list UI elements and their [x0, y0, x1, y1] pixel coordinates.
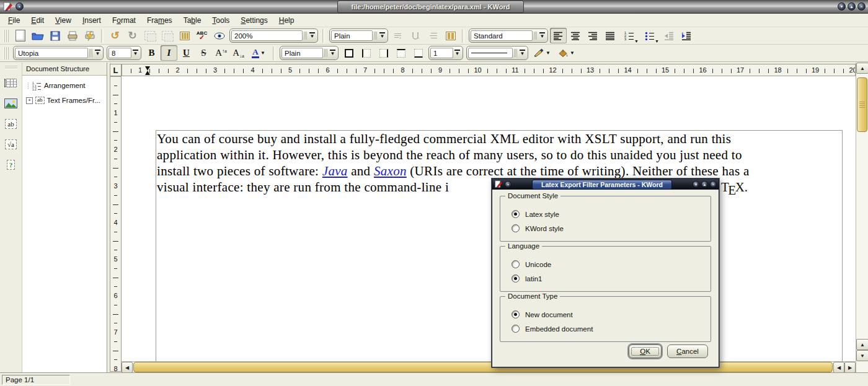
font-color-button[interactable]: A ▼ [247, 45, 270, 61]
zoom-combobox[interactable]: 200% ▼ [229, 29, 318, 43]
open-button[interactable] [29, 28, 46, 43]
menu-format[interactable]: Format [107, 15, 141, 26]
border-style-combobox[interactable]: Plain ▼ [280, 46, 339, 60]
chevron-down-icon[interactable]: ▼ [655, 39, 659, 43]
next-page-button[interactable]: ▼ [856, 350, 868, 361]
radio-selected-icon[interactable] [512, 310, 520, 318]
italic-button[interactable]: I [161, 45, 177, 61]
menu-edit[interactable]: Edit [25, 15, 50, 26]
border-outline-button[interactable] [340, 45, 357, 61]
menu-view[interactable]: View [50, 15, 77, 26]
horizontal-scrollbar-thumb[interactable] [133, 362, 833, 372]
menu-tools[interactable]: Tools [206, 15, 235, 26]
formatting-view-button[interactable] [211, 28, 228, 43]
insert-footnote-button[interactable]: * [390, 28, 407, 43]
chevron-down-icon[interactable]: ▼ [538, 32, 546, 39]
link-java[interactable]: Java [322, 164, 348, 178]
chevron-down-icon[interactable]: ▼ [94, 50, 102, 56]
menu-insert[interactable]: Insert [77, 15, 107, 26]
font-size-combobox[interactable]: 8 ▼ [107, 46, 141, 60]
tab-stop-selector[interactable]: L [110, 64, 122, 76]
radio-selected-icon[interactable] [512, 210, 520, 218]
maximize-button[interactable]: ▴ [701, 181, 708, 188]
sticky-button[interactable]: • [505, 181, 512, 188]
chevron-down-icon[interactable]: ▼ [308, 32, 316, 39]
decrease-indent-button[interactable] [660, 28, 677, 43]
paste-button[interactable] [159, 28, 175, 43]
background-color-button[interactable]: ▼ [554, 45, 578, 61]
menu-help[interactable]: Help [273, 15, 300, 26]
tree-item-arrangement[interactable]: ┊ 1.1.11.2 Arrangement [22, 78, 107, 93]
font-family-combobox[interactable]: Utopia ▼ [13, 46, 104, 60]
v-ruler[interactable]: 12345678 [110, 76, 122, 372]
chevron-down-icon[interactable]: ▼ [546, 50, 551, 56]
text-frame-tool[interactable]: ab [4, 117, 19, 131]
scroll-right-button[interactable]: ▶ [844, 362, 856, 373]
toolbar-grip[interactable] [4, 47, 9, 59]
radio-unselected-icon[interactable] [512, 325, 520, 333]
chevron-down-icon[interactable]: ▼ [634, 39, 639, 43]
document-canvas[interactable]: You can of course buy and install a full… [122, 76, 856, 372]
tree-item-text-frames[interactable]: + ab Text Frames/Fr... [22, 93, 107, 108]
border-style-value[interactable]: Plain [281, 48, 323, 58]
scroll-up-button[interactable]: ▲ [856, 63, 868, 74]
chevron-down-icon[interactable]: ▼ [329, 50, 337, 56]
link-saxon[interactable]: Saxon [374, 164, 407, 178]
chevron-down-icon[interactable]: ▼ [131, 50, 140, 56]
border-right-button[interactable] [375, 45, 392, 61]
scroll-left-button[interactable]: ◀ [122, 362, 133, 373]
object-frame-tool[interactable]: ? [4, 158, 19, 172]
strikethrough-button[interactable]: S [195, 45, 212, 61]
bold-button[interactable]: B [143, 45, 160, 61]
dialog-titlebar[interactable]: • Latex Export Filter Parameters - KWord… [492, 179, 719, 190]
paragraph-style-combobox[interactable]: Plain ▼ [329, 29, 388, 43]
print-button[interactable] [64, 28, 81, 43]
insert-column-break-button[interactable] [442, 28, 459, 43]
print-preview-button[interactable] [81, 28, 98, 43]
align-justify-button[interactable] [602, 28, 619, 43]
chevron-down-icon[interactable]: ▼ [518, 50, 526, 56]
bullet-list-button[interactable]: ▼ [640, 28, 660, 43]
minimize-button[interactable]: ▾ [838, 2, 846, 11]
numbered-list-button[interactable]: 1.2.3. ▼ [619, 28, 639, 43]
radio-unselected-icon[interactable] [512, 260, 520, 268]
radio-new-document[interactable]: New document [512, 307, 711, 322]
radio-latex-style[interactable]: Latex style [512, 207, 711, 221]
border-width-combobox[interactable]: 1 ▼ [428, 46, 463, 60]
spellcheck-button[interactable]: ABC✓ [193, 28, 210, 43]
border-color-button[interactable]: ▼ [530, 45, 554, 61]
maximize-button[interactable]: ▴ [848, 2, 856, 11]
close-button[interactable]: × [710, 181, 717, 188]
font-family-value[interactable]: Utopia [15, 48, 88, 58]
border-left-button[interactable] [358, 45, 374, 61]
horizontal-scrollbar[interactable]: ◀ ◀ ▶ [122, 361, 856, 372]
increase-indent-button[interactable]: + [678, 28, 694, 43]
underline-button[interactable]: U [178, 45, 195, 61]
insert-variable-button[interactable] [425, 28, 441, 43]
close-button[interactable]: × [857, 2, 866, 11]
save-button[interactable] [46, 28, 63, 43]
style-value[interactable]: Standard [471, 30, 533, 41]
previous-page-button[interactable]: ▲ [856, 339, 868, 350]
chevron-down-icon[interactable]: ▼ [570, 50, 575, 56]
menu-file[interactable]: File [2, 15, 25, 26]
redo-button[interactable]: ↻ [124, 28, 141, 43]
sticky-button[interactable]: • [16, 2, 24, 11]
titlebar[interactable]: • file:/home/peter/doc/beginlatex/para.x… [0, 0, 868, 14]
scroll-left-button-2[interactable]: ◀ [833, 362, 844, 373]
align-right-button[interactable] [585, 28, 601, 43]
radio-latin1[interactable]: latin1 [512, 271, 711, 286]
font-size-value[interactable]: 8 [108, 48, 131, 58]
ok-button[interactable]: OK [629, 344, 662, 358]
menu-settings[interactable]: Settings [235, 15, 273, 26]
copy-button[interactable] [141, 28, 158, 43]
align-left-button[interactable] [550, 28, 567, 43]
insert-frame-button[interactable] [176, 28, 193, 43]
chevron-down-icon[interactable]: ▼ [260, 50, 265, 56]
paragraph-style-value[interactable]: Plain [331, 30, 373, 41]
chevron-down-icon[interactable]: ▼ [453, 50, 461, 56]
border-bottom-button[interactable] [410, 45, 427, 61]
menu-frames[interactable]: Frames [141, 15, 178, 26]
expander-plus-icon[interactable]: + [26, 97, 33, 104]
toolbar-grip[interactable] [5, 65, 17, 69]
